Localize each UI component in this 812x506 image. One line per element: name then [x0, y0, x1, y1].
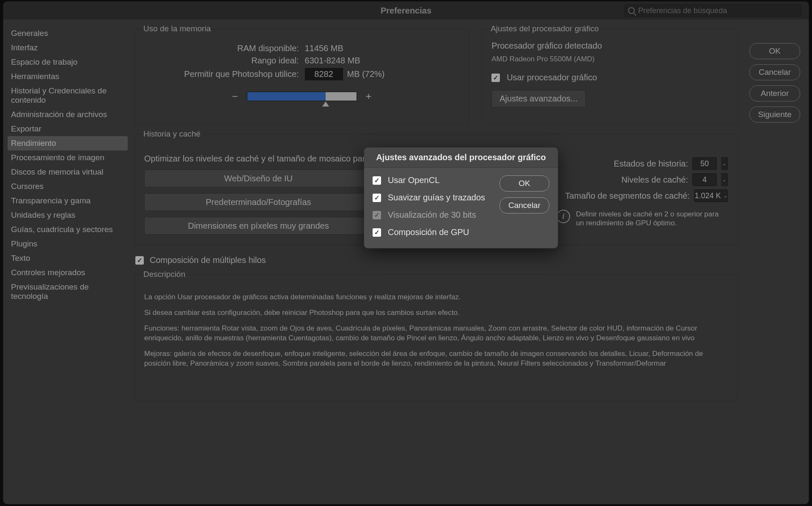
- use-gpu-checkbox[interactable]: ✓: [491, 74, 500, 82]
- 30bit-label: Visualización de 30 bits: [388, 210, 476, 220]
- preset-web-button[interactable]: Web/Diseño de IU: [144, 170, 373, 187]
- info-icon: i: [557, 210, 570, 223]
- description-p3: Funciones: herramienta Rotar vista, zoom…: [144, 324, 728, 343]
- tile-size-value: 1.024 K: [694, 191, 721, 200]
- sidebar-item-cursors[interactable]: Cursores: [8, 179, 128, 194]
- sidebar-item-guides[interactable]: Guías, cuadrícula y sectores: [8, 222, 128, 237]
- gpu-fieldset: Ajustes del procesador gráfico Procesado…: [482, 29, 738, 125]
- gpu-advanced-button[interactable]: Ajustes avanzados...: [491, 90, 586, 107]
- ram-slider[interactable]: [247, 92, 357, 101]
- ram-available-label: RAM disponible:: [144, 44, 299, 53]
- ram-increase-button[interactable]: +: [365, 90, 373, 102]
- tile-size-dropdown[interactable]: 1.024 K ⌄: [694, 189, 728, 202]
- ok-button[interactable]: OK: [749, 43, 800, 59]
- history-states-input[interactable]: [692, 157, 717, 170]
- ram-ideal-label: Rango ideal:: [144, 56, 299, 66]
- sidebar: Generales Interfaz Espacio de trabajo He…: [3, 19, 132, 504]
- description-p1: La opción Usar procesador de gráficos ac…: [144, 293, 728, 302]
- gpu-advanced-modal: Ajustes avanzados del procesador gráfico…: [364, 147, 558, 249]
- ram-slider-fill: [247, 92, 326, 101]
- history-states-dropdown-icon[interactable]: ⌄: [721, 157, 728, 170]
- sidebar-item-general[interactable]: Generales: [8, 26, 128, 41]
- sidebar-item-export[interactable]: Exportar: [8, 122, 128, 136]
- multithread-label: Composición de múltiples hilos: [150, 255, 266, 265]
- preferences-window: Preferencias Generales Interfaz Espacio …: [3, 1, 809, 504]
- chevron-down-icon: ⌄: [724, 193, 727, 199]
- next-button[interactable]: Siguiente: [749, 107, 800, 123]
- titlebar: Preferencias: [3, 2, 809, 19]
- ram-ideal-value: 6301-8248 MB: [305, 56, 460, 66]
- history-states-label: Estados de historia:: [614, 159, 688, 169]
- opencl-label: Usar OpenCL: [388, 175, 439, 185]
- description-p2: Si desea cambiar esta configuración, deb…: [144, 308, 728, 318]
- modal-title: Ajustes avanzados del procesador gráfico: [364, 148, 558, 168]
- sidebar-item-tools[interactable]: Herramientas: [8, 69, 128, 84]
- opencl-checkbox[interactable]: ✓: [373, 176, 381, 185]
- cache-levels-dropdown-icon[interactable]: ⌄: [721, 173, 728, 186]
- ram-slider-thumb-icon[interactable]: [322, 101, 329, 107]
- preferences-search-input[interactable]: [635, 5, 801, 17]
- description-fieldset: Descripción La opción Usar procesador de…: [134, 274, 738, 401]
- gpu-composition-checkbox[interactable]: ✓: [373, 228, 381, 237]
- sidebar-item-units[interactable]: Unidades y reglas: [8, 208, 128, 222]
- sidebar-item-transparency[interactable]: Transparencia y gama: [8, 194, 128, 208]
- cache-info-text: Definir niveles de caché en 2 o superior…: [576, 210, 728, 228]
- multithread-checkbox[interactable]: ✓: [135, 256, 144, 265]
- sidebar-item-enhanced[interactable]: Controles mejorados: [8, 265, 128, 280]
- gpu-detected-value: AMD Radeon Pro 5500M (AMD): [491, 55, 728, 63]
- modal-ok-button[interactable]: OK: [499, 175, 549, 191]
- ram-allow-suffix: MB (72%): [347, 69, 385, 79]
- sidebar-item-type[interactable]: Texto: [8, 251, 128, 265]
- gpu-detected-label: Procesador gráfico detectado: [491, 41, 728, 51]
- gpu-composition-label: Composición de GPU: [388, 227, 469, 237]
- cancel-button[interactable]: Cancelar: [749, 64, 800, 80]
- cache-levels-input[interactable]: [692, 173, 717, 186]
- sidebar-item-techpreviews[interactable]: Previsualizaciones de tecnología: [8, 280, 128, 304]
- sidebar-item-performance[interactable]: Rendimiento: [8, 136, 128, 150]
- modal-cancel-button[interactable]: Cancelar: [499, 197, 549, 213]
- smooth-guides-label: Suavizar guías y trazados: [388, 193, 485, 202]
- cache-levels-label: Niveles de caché:: [621, 175, 688, 185]
- sidebar-item-interface[interactable]: Interfaz: [8, 41, 128, 55]
- sidebar-item-workspace[interactable]: Espacio de trabajo: [8, 55, 128, 69]
- sidebar-item-scratchdisks[interactable]: Discos de memoria virtual: [8, 165, 128, 179]
- window-title: Preferencias: [381, 6, 431, 16]
- sidebar-item-imageprocessing[interactable]: Procesamiento de imagen: [8, 150, 128, 165]
- description-legend: Descripción: [142, 270, 187, 279]
- search-wrap: [624, 4, 802, 17]
- 30bit-checkbox: ✓: [373, 211, 381, 219]
- memory-fieldset: Uso de la memoria RAM disponible: 11456 …: [134, 29, 469, 125]
- sidebar-item-filehandling[interactable]: Administración de archivos: [8, 107, 128, 122]
- preset-large-button[interactable]: Dimensiones en píxeles muy grandes: [144, 217, 373, 235]
- prev-button[interactable]: Anterior: [749, 85, 800, 101]
- history-legend: Historia y caché: [142, 129, 202, 139]
- smooth-guides-checkbox[interactable]: ✓: [373, 194, 381, 202]
- gpu-legend: Ajustes del procesador gráfico: [489, 24, 601, 33]
- use-gpu-label: Usar procesador gráfico: [507, 73, 597, 82]
- ram-allow-label: Permitir que Photoshop utilice:: [144, 69, 299, 79]
- ram-allow-input[interactable]: [305, 68, 343, 80]
- sidebar-item-history[interactable]: Historial y Credenciales de contenido: [8, 84, 128, 107]
- ram-available-value: 11456 MB: [305, 44, 460, 53]
- action-column: OK Cancelar Anterior Siguiente: [749, 43, 800, 123]
- tile-size-label: Tamaño de segmentos de caché:: [565, 191, 690, 201]
- ram-decrease-button[interactable]: −: [231, 90, 239, 102]
- sidebar-item-plugins[interactable]: Plugins: [8, 237, 128, 251]
- description-p4: Mejoras: galería de efectos de desenfoqu…: [144, 349, 728, 369]
- search-icon: [628, 7, 635, 14]
- memory-legend: Uso de la memoria: [142, 24, 212, 33]
- preset-default-button[interactable]: Predeterminado/Fotografías: [144, 193, 373, 211]
